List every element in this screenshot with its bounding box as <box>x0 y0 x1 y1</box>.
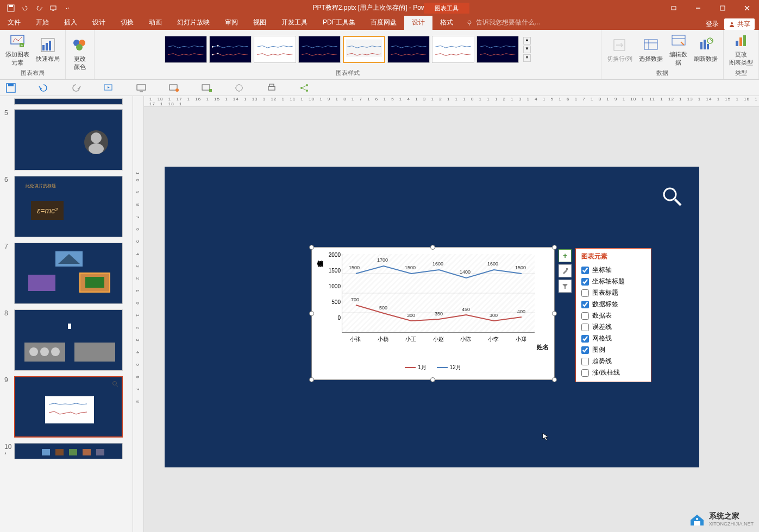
chart-style-4[interactable] <box>298 36 341 63</box>
element-gridlines[interactable]: 网格线 <box>581 333 645 344</box>
chart-style-8[interactable] <box>476 36 519 63</box>
svg-text:+: + <box>21 43 23 48</box>
save-icon[interactable] <box>5 83 16 93</box>
tab-home[interactable]: 开始 <box>28 15 57 30</box>
presenter-icon[interactable] <box>168 83 179 93</box>
svg-rect-66 <box>28 275 55 291</box>
svg-point-23 <box>217 45 218 47</box>
chart-styles-button[interactable] <box>559 264 572 277</box>
slideshow-from-start-icon[interactable] <box>103 83 114 93</box>
refresh-data-button[interactable]: 刷新数据 <box>692 35 720 64</box>
maximize-button[interactable] <box>710 0 735 16</box>
edit-data-button[interactable]: 编辑数 据 <box>667 31 689 68</box>
chart-plot-area: 1500 1700 1500 1600 1400 1600 1500 700 5… <box>342 254 535 333</box>
element-data-labels[interactable]: 数据标签 <box>581 299 645 310</box>
svg-line-12 <box>18 37 22 41</box>
chart-style-5[interactable] <box>343 36 385 63</box>
chart-tools-tab: 图表工具 <box>424 3 469 14</box>
thumbnail-6[interactable]: 6 此处填片的标题ε=mc² <box>4 176 128 237</box>
quick-access-toolbar <box>0 2 74 15</box>
tab-animation[interactable]: 动画 <box>141 15 170 30</box>
chart-elements-panel: 图表元素 坐标轴 坐标轴标题 图表标题 数据标签 数据表 误差线 网格线 图例 … <box>575 248 651 382</box>
svg-rect-34 <box>704 40 706 49</box>
redo-button[interactable] <box>33 2 46 15</box>
tell-me-input[interactable]: 告诉我您想要做什么... <box>461 15 545 30</box>
element-data-table[interactable]: 数据表 <box>581 310 645 321</box>
tab-review[interactable]: 审阅 <box>217 15 246 30</box>
watermark: 系统之家 XITONGZHIJIA.NET <box>688 511 754 527</box>
qat-dropdown[interactable] <box>61 2 74 15</box>
change-colors-button[interactable]: 更改 颜色 <box>69 35 91 72</box>
thumbnail-7[interactable]: 7 <box>4 243 128 304</box>
element-legend[interactable]: 图例 <box>581 344 645 356</box>
tab-file[interactable]: 文件 <box>0 15 28 30</box>
tab-slideshow[interactable]: 幻灯片放映 <box>170 15 217 30</box>
tab-pdf[interactable]: PDF工具集 <box>315 15 363 30</box>
thumbnail-9[interactable]: 9 <box>4 376 128 438</box>
chart-filter-button[interactable] <box>559 280 572 293</box>
tab-chart-format[interactable]: 格式 <box>432 15 461 30</box>
chart-style-7[interactable] <box>432 36 474 63</box>
screen-icon[interactable] <box>201 83 212 93</box>
undo-button[interactable] <box>18 2 32 15</box>
slide-canvas[interactable]: 销售额 2000 1500 1000 500 0 <box>165 167 699 467</box>
redo-icon[interactable] <box>71 83 81 93</box>
svg-point-76 <box>113 382 117 385</box>
element-axis[interactable]: 坐标轴 <box>581 264 645 276</box>
chart-style-3[interactable] <box>254 36 296 63</box>
quick-layout-button[interactable]: 快速布局 <box>34 35 62 64</box>
tab-design[interactable]: 设计 <box>85 15 113 30</box>
chart-style-2[interactable] <box>209 36 252 63</box>
tab-insert[interactable]: 插入 <box>57 15 85 30</box>
svg-point-59 <box>91 132 102 143</box>
svg-rect-2 <box>51 6 56 10</box>
tool-icon[interactable] <box>234 83 244 93</box>
svg-rect-48 <box>202 85 210 90</box>
vertical-ruler: 10 9 8 7 6 5 4 3 2 1 0 1 2 3 4 5 6 7 8 <box>133 96 144 532</box>
element-error-bars[interactable]: 误差线 <box>581 321 645 333</box>
chart-elements-button[interactable]: + <box>559 249 572 262</box>
change-chart-type-button[interactable]: 更改 图表类型 <box>727 31 755 68</box>
lightbulb-icon <box>466 20 473 26</box>
person-icon <box>729 21 735 28</box>
login-link[interactable]: 登录 <box>706 20 719 29</box>
element-updown-bars[interactable]: 涨/跌柱线 <box>581 367 645 378</box>
ribbon-group-layout: + 添加图表 元素 快速布局 图表布局 <box>0 30 66 79</box>
chart-object[interactable]: 销售额 2000 1500 1000 500 0 <box>311 247 555 380</box>
thumbnail-5[interactable]: 5 <box>4 109 128 170</box>
save-button[interactable] <box>4 2 17 15</box>
chart-style-1[interactable] <box>165 36 207 63</box>
svg-rect-37 <box>736 41 738 46</box>
tab-view[interactable]: 视图 <box>246 15 274 30</box>
thumbnail-8[interactable]: 8 <box>4 309 128 371</box>
tab-chart-design[interactable]: 设计 <box>404 15 432 30</box>
thumbnail-partial[interactable] <box>14 98 123 105</box>
styles-scroll-up[interactable]: ▲ <box>523 37 531 45</box>
element-chart-title[interactable]: 图表标题 <box>581 287 645 299</box>
chart-style-6[interactable] <box>387 36 430 63</box>
tab-baidu[interactable]: 百度网盘 <box>363 15 404 30</box>
tab-transition[interactable]: 切换 <box>113 15 141 30</box>
element-trendline[interactable]: 趋势线 <box>581 356 645 367</box>
chart-element-icon: + <box>9 32 26 49</box>
svg-rect-41 <box>8 84 14 86</box>
styles-more[interactable]: ▾ <box>523 54 531 62</box>
switch-row-col-button: 切换行/列 <box>605 35 635 64</box>
tab-developer[interactable]: 开发工具 <box>274 15 315 30</box>
minimize-button[interactable] <box>686 0 710 16</box>
select-data-button[interactable]: 选择数据 <box>637 35 665 64</box>
monitor-icon[interactable] <box>136 83 147 93</box>
svg-rect-75 <box>45 396 94 423</box>
element-axis-title[interactable]: 坐标轴标题 <box>581 276 645 287</box>
close-button[interactable] <box>735 0 759 16</box>
undo-icon[interactable] <box>38 83 49 93</box>
share-icon[interactable] <box>299 83 310 93</box>
add-chart-element-button[interactable]: + 添加图表 元素 <box>3 31 32 68</box>
ribbon-display-button[interactable] <box>661 0 686 16</box>
thumbnail-10[interactable]: 10* <box>4 443 128 459</box>
svg-point-6 <box>468 21 471 24</box>
print-icon[interactable] <box>266 83 277 93</box>
slideshow-button[interactable] <box>47 2 60 15</box>
share-button[interactable]: 共享 <box>724 18 755 30</box>
styles-scroll-down[interactable]: ▼ <box>523 46 531 53</box>
